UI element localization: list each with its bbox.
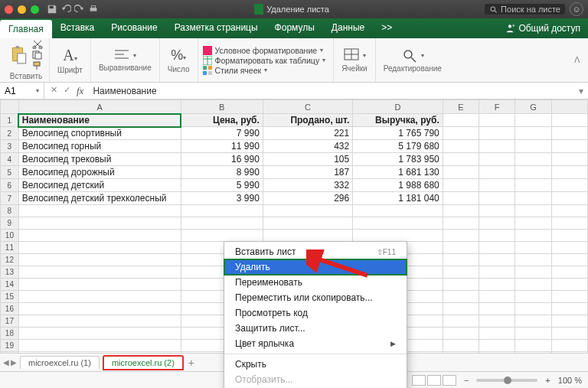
cell[interactable]: Велосипед детский трехколесный: [18, 192, 181, 205]
number-format-icon[interactable]: %▾: [171, 47, 186, 64]
cell[interactable]: 187: [263, 166, 352, 179]
sheet-nav-next-icon[interactable]: ▶: [11, 358, 17, 367]
menu-tab-color[interactable]: Цвет ярлычка▶: [224, 336, 407, 351]
fx-icon[interactable]: fx: [77, 85, 83, 97]
col-header[interactable]: A: [18, 100, 181, 114]
align-group-label: Выравнивание: [99, 64, 152, 72]
col-header[interactable]: B: [181, 100, 263, 114]
cell[interactable]: 296: [263, 192, 352, 205]
zoom-out-button[interactable]: −: [464, 376, 469, 385]
paste-icon[interactable]: [9, 45, 29, 65]
tab-insert[interactable]: Вставка: [52, 18, 103, 38]
cell[interactable]: Велосипед дорожный: [18, 166, 181, 179]
cell[interactable]: 332: [263, 179, 352, 192]
conditional-formatting-button[interactable]: Условное форматирование▾: [203, 46, 326, 55]
menu-hide-sheet[interactable]: Скрыть: [224, 357, 407, 372]
svg-rect-0: [50, 6, 54, 9]
cell[interactable]: 1 181 040: [353, 192, 443, 205]
copy-icon[interactable]: [32, 51, 43, 60]
undo-icon[interactable]: [60, 4, 71, 15]
cell[interactable]: Выручка, руб.: [353, 114, 443, 127]
accept-formula-icon[interactable]: ✓: [64, 85, 70, 97]
add-sheet-button[interactable]: +: [188, 357, 194, 369]
expand-formula-bar-icon[interactable]: ▾: [574, 86, 588, 96]
close-window-icon[interactable]: [5, 5, 13, 14]
menu-rename-sheet[interactable]: Переименовать: [224, 275, 407, 290]
cell[interactable]: 8 990: [181, 166, 263, 179]
tab-formulas[interactable]: Формулы: [266, 18, 323, 38]
zoom-level[interactable]: 100 %: [558, 376, 582, 385]
cell[interactable]: Велосипед спортивный: [18, 127, 181, 140]
tab-draw[interactable]: Рисование: [103, 18, 165, 38]
col-header[interactable]: C: [263, 100, 352, 114]
cell[interactable]: 3 990: [181, 192, 263, 205]
cell[interactable]: 105: [263, 153, 352, 166]
feedback-icon[interactable]: ☺: [570, 2, 583, 16]
cell[interactable]: 221: [263, 127, 352, 140]
cell[interactable]: 432: [263, 140, 352, 153]
cell[interactable]: 11 990: [181, 140, 263, 153]
cell[interactable]: 1 783 950: [353, 153, 443, 166]
editing-icon[interactable]: [401, 47, 418, 63]
menu-protect-sheet[interactable]: Защитить лист...: [224, 321, 407, 336]
cell[interactable]: Велосипед горный: [18, 140, 181, 153]
cell[interactable]: 7 990: [181, 127, 263, 140]
minimize-window-icon[interactable]: [18, 5, 26, 14]
col-header[interactable]: F: [479, 100, 515, 114]
search-icon: [489, 5, 498, 14]
menu-delete-sheet[interactable]: Удалить: [224, 259, 407, 275]
zoom-window-icon[interactable]: [31, 5, 39, 14]
format-painter-icon[interactable]: [32, 61, 43, 70]
page-break-view-icon[interactable]: [443, 375, 456, 386]
cell[interactable]: 5 179 680: [353, 140, 443, 153]
cell[interactable]: 1 681 130: [353, 166, 443, 179]
format-as-table-button[interactable]: Форматировать как таблицу▾: [203, 56, 326, 65]
save-icon[interactable]: [47, 4, 57, 15]
cells-icon[interactable]: [343, 47, 360, 63]
cut-icon[interactable]: [32, 40, 43, 49]
cell[interactable]: 1 988 680: [353, 179, 443, 192]
share-button[interactable]: + Общий доступ: [497, 18, 588, 38]
cell[interactable]: Наименование: [18, 114, 181, 127]
svg-rect-9: [16, 46, 19, 48]
cell-styles-button[interactable]: Стили ячеек▾: [203, 66, 326, 75]
svg-rect-3: [254, 4, 263, 15]
search-input[interactable]: Поиск на листе: [485, 4, 565, 15]
redo-icon[interactable]: [74, 4, 85, 15]
formula-bar[interactable]: Наименование: [90, 86, 574, 96]
menu-move-copy-sheet[interactable]: Переместить или скопировать...: [224, 290, 407, 305]
cancel-formula-icon[interactable]: ✕: [51, 85, 57, 97]
tab-page-layout[interactable]: Разметка страницы: [166, 18, 266, 38]
col-header[interactable]: E: [443, 100, 479, 114]
tab-more[interactable]: >>: [373, 18, 400, 38]
tab-home[interactable]: Главная: [0, 20, 52, 38]
svg-line-32: [411, 57, 416, 62]
name-box[interactable]: A1▾: [0, 83, 44, 99]
col-header[interactable]: G: [515, 100, 551, 114]
sheet-tab-2[interactable]: microexcel.ru (2): [103, 355, 184, 370]
cell[interactable]: Велосипед трековый: [18, 153, 181, 166]
zoom-in-button[interactable]: +: [545, 376, 550, 385]
font-label-icon[interactable]: A▾: [63, 47, 77, 64]
cell[interactable]: Цена, руб.: [181, 114, 263, 127]
sheet-nav-prev-icon[interactable]: ◀: [3, 358, 9, 367]
collapse-ribbon-icon[interactable]: ᐱ: [574, 55, 585, 65]
print-icon[interactable]: [88, 4, 99, 15]
page-layout-view-icon[interactable]: [427, 375, 441, 386]
cell[interactable]: 5 990: [181, 179, 263, 192]
cell[interactable]: 16 990: [181, 153, 263, 166]
tab-data[interactable]: Данные: [323, 18, 373, 38]
normal-view-icon[interactable]: [412, 375, 426, 386]
col-header[interactable]: D: [353, 100, 443, 114]
col-header[interactable]: [551, 100, 587, 114]
window-controls[interactable]: [5, 5, 39, 14]
select-all-corner[interactable]: [1, 100, 19, 114]
cell[interactable]: 1 765 790: [353, 127, 443, 140]
sheet-tab-1[interactable]: microexcel.ru (1): [20, 356, 100, 369]
cell[interactable]: Продано, шт.: [263, 114, 352, 127]
menu-insert-sheet[interactable]: Вставить лист⇧F11: [224, 244, 407, 259]
menu-view-code[interactable]: Просмотреть код: [224, 305, 407, 321]
align-icon[interactable]: [113, 48, 130, 62]
cell[interactable]: Велосипед детский: [18, 179, 181, 192]
zoom-slider[interactable]: [476, 379, 537, 382]
